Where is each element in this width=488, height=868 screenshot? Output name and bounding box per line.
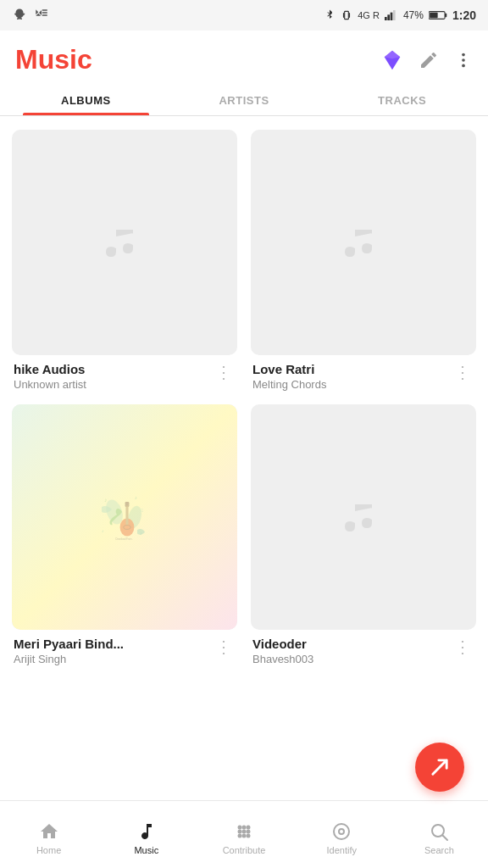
- svg-rect-8: [445, 14, 446, 17]
- status-bar: 4G R 47% 1:20: [0, 0, 488, 31]
- music-note-icon-1: [99, 217, 150, 268]
- time-label: 1:20: [452, 8, 476, 22]
- battery-label: 47%: [403, 9, 424, 21]
- album-info-2: Love Ratri Melting Chords ⋮: [251, 362, 476, 391]
- tab-tracks[interactable]: TRACKS: [323, 82, 481, 115]
- svg-text:Download From .: Download From .: [116, 537, 134, 541]
- play-icon: [34, 8, 49, 23]
- album-info-1: hike Audios Unknown artist ⋮: [12, 362, 237, 391]
- nav-identify[interactable]: Identify: [293, 815, 391, 855]
- album-card-1[interactable]: hike Audios Unknown artist ⋮: [12, 130, 237, 391]
- fab-button[interactable]: [415, 743, 464, 792]
- album-name-2: Love Ratri: [252, 362, 326, 376]
- identify-icon: [331, 821, 352, 842]
- svg-point-12: [462, 53, 465, 56]
- fab-icon: [428, 755, 452, 779]
- tab-albums[interactable]: ALBUMS: [7, 82, 165, 115]
- album-name-4: Videoder: [252, 637, 313, 651]
- battery-icon: [429, 10, 447, 20]
- svg-point-39: [334, 824, 349, 839]
- album-artist-4: Bhavesh003: [252, 653, 313, 665]
- signal-icon: [385, 9, 398, 21]
- nav-search-label: Search: [424, 845, 454, 855]
- nav-search[interactable]: Search: [391, 815, 488, 855]
- music-note-icon-4: [338, 492, 389, 542]
- svg-text:♫: ♫: [140, 508, 144, 513]
- svg-marker-11: [385, 50, 401, 58]
- svg-point-14: [462, 64, 465, 67]
- home-icon: [39, 821, 59, 842]
- album-card-4[interactable]: Videoder Bhavesh003 ⋮: [251, 404, 476, 665]
- svg-rect-0: [345, 11, 349, 19]
- app-header: Music: [0, 31, 488, 82]
- album-artist-3: Arijit Singh: [14, 653, 124, 665]
- nav-contribute[interactable]: Contribute: [195, 815, 292, 855]
- album-artist-2: Melting Chords: [252, 378, 326, 391]
- status-left-icons: [12, 8, 49, 23]
- tabs-bar: ALBUMS ARTISTS TRACKS: [0, 82, 488, 116]
- svg-line-42: [443, 835, 448, 840]
- svg-rect-9: [430, 13, 438, 19]
- album-menu-2[interactable]: ⋮: [451, 362, 474, 382]
- network-label: 4G R: [358, 10, 380, 20]
- svg-point-35: [247, 829, 251, 833]
- music-note-icon-2: [338, 217, 389, 268]
- svg-point-34: [242, 829, 247, 833]
- svg-rect-5: [391, 13, 393, 20]
- svg-rect-4: [387, 14, 390, 20]
- music-icon: [136, 821, 157, 842]
- guitar-art: ♪ ♪ ♫ ♪ ♪: [12, 404, 237, 630]
- album-info-3: Meri Pyaari Bind... Arijit Singh ⋮: [12, 637, 237, 665]
- nav-contribute-label: Contribute: [223, 845, 266, 855]
- nav-music[interactable]: Music: [97, 815, 195, 855]
- svg-text:♪: ♪: [104, 497, 107, 503]
- svg-rect-6: [393, 10, 396, 20]
- album-card-3[interactable]: ♪ ♪ ♫ ♪ ♪: [12, 404, 237, 665]
- album-thumb-1: [12, 130, 237, 355]
- svg-point-33: [238, 829, 242, 833]
- guitar-svg: ♪ ♪ ♫ ♪ ♪: [99, 492, 150, 542]
- album-name-3: Meri Pyaari Bind...: [14, 637, 124, 651]
- bottom-nav: Home Music Contribute Identify: [0, 800, 488, 868]
- album-thumb-4: [251, 404, 476, 630]
- svg-rect-3: [385, 17, 387, 20]
- album-thumb-2: [251, 130, 476, 355]
- search-icon: [429, 821, 449, 842]
- svg-point-37: [242, 833, 247, 837]
- svg-text:♪: ♪: [135, 495, 137, 500]
- album-name-1: hike Audios: [14, 362, 86, 376]
- vibrate-icon: [341, 9, 352, 21]
- tab-artists[interactable]: ARTISTS: [165, 82, 324, 115]
- svg-point-38: [247, 833, 251, 837]
- snapchat-icon: [12, 8, 27, 23]
- album-card-2[interactable]: Love Ratri Melting Chords ⋮: [251, 130, 476, 391]
- album-info-4: Videoder Bhavesh003 ⋮: [251, 637, 476, 665]
- albums-grid: hike Audios Unknown artist ⋮ Love Ratri …: [0, 116, 488, 750]
- album-menu-3[interactable]: ⋮: [212, 637, 236, 657]
- svg-text:♪: ♪: [102, 529, 103, 533]
- apps-icon: [234, 821, 254, 842]
- status-right-icons: 4G R 47% 1:20: [324, 8, 476, 22]
- album-menu-4[interactable]: ⋮: [451, 637, 474, 657]
- nav-music-label: Music: [134, 845, 158, 855]
- nav-identify-label: Identify: [326, 845, 356, 855]
- nav-home-label: Home: [36, 845, 61, 855]
- album-menu-1[interactable]: ⋮: [212, 362, 236, 382]
- svg-rect-1: [343, 13, 344, 18]
- diamond-icon[interactable]: [381, 49, 403, 71]
- album-artist-1: Unknown artist: [14, 378, 86, 391]
- svg-rect-2: [349, 13, 350, 18]
- bluetooth-icon: [324, 9, 336, 21]
- svg-point-32: [247, 825, 251, 829]
- album-thumb-3: ♪ ♪ ♫ ♪ ♪: [12, 404, 237, 630]
- svg-point-13: [462, 58, 465, 62]
- svg-point-40: [339, 829, 344, 834]
- svg-point-36: [238, 833, 242, 837]
- more-menu-icon[interactable]: [454, 51, 473, 70]
- svg-point-31: [242, 825, 247, 829]
- app-title: Music: [15, 44, 92, 75]
- nav-home[interactable]: Home: [0, 815, 97, 855]
- header-icons: [381, 49, 473, 71]
- svg-point-30: [238, 825, 242, 829]
- pen-icon[interactable]: [419, 50, 439, 70]
